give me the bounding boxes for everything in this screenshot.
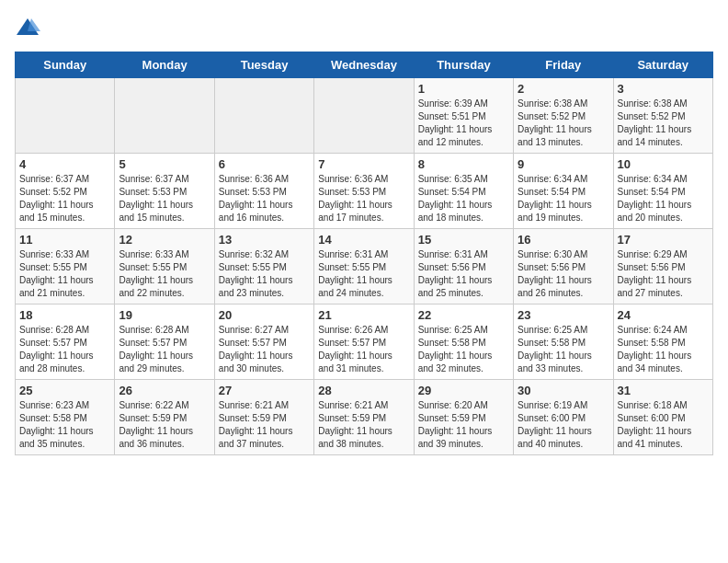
day-number-3: 3 <box>618 82 709 96</box>
day-number-31: 31 <box>618 384 709 397</box>
logo-icon <box>15 15 40 40</box>
weekday-header-saturday: Saturday <box>613 52 712 78</box>
day-cell-5: 5Sunrise: 6:37 AM Sunset: 5:53 PM Daylig… <box>115 154 214 229</box>
day-cell-11: 11Sunrise: 6:33 AM Sunset: 5:55 PM Dayli… <box>16 229 115 304</box>
day-info-19: Sunrise: 6:28 AM Sunset: 5:57 PM Dayligh… <box>119 324 210 375</box>
day-number-8: 8 <box>418 157 509 171</box>
empty-cell <box>16 78 115 154</box>
weekday-header-thursday: Thursday <box>414 52 513 78</box>
day-number-7: 7 <box>318 157 409 171</box>
day-cell-27: 27Sunrise: 6:21 AM Sunset: 5:59 PM Dayli… <box>214 380 313 455</box>
week-row-1: 1Sunrise: 6:39 AM Sunset: 5:51 PM Daylig… <box>16 78 713 154</box>
day-number-16: 16 <box>518 233 609 247</box>
day-cell-14: 14Sunrise: 6:31 AM Sunset: 5:55 PM Dayli… <box>314 229 414 304</box>
logo <box>15 15 44 40</box>
week-row-5: 25Sunrise: 6:23 AM Sunset: 5:58 PM Dayli… <box>16 380 713 455</box>
weekday-header-sunday: Sunday <box>16 52 115 78</box>
day-info-30: Sunrise: 6:19 AM Sunset: 6:00 PM Dayligh… <box>518 399 609 451</box>
day-number-22: 22 <box>418 308 509 322</box>
day-number-29: 29 <box>418 384 509 397</box>
calendar-table: SundayMondayTuesdayWednesdayThursdayFrid… <box>15 52 713 455</box>
day-cell-22: 22Sunrise: 6:25 AM Sunset: 5:58 PM Dayli… <box>414 304 513 380</box>
day-info-26: Sunrise: 6:22 AM Sunset: 5:59 PM Dayligh… <box>119 399 210 451</box>
day-info-23: Sunrise: 6:25 AM Sunset: 5:58 PM Dayligh… <box>518 324 609 375</box>
weekday-header-friday: Friday <box>514 52 613 78</box>
day-cell-29: 29Sunrise: 6:20 AM Sunset: 5:59 PM Dayli… <box>414 380 513 455</box>
day-number-13: 13 <box>219 233 310 247</box>
day-number-25: 25 <box>19 384 110 397</box>
day-info-25: Sunrise: 6:23 AM Sunset: 5:58 PM Dayligh… <box>19 399 110 451</box>
day-info-8: Sunrise: 6:35 AM Sunset: 5:54 PM Dayligh… <box>418 173 509 224</box>
day-number-28: 28 <box>318 384 409 397</box>
day-cell-13: 13Sunrise: 6:32 AM Sunset: 5:55 PM Dayli… <box>214 229 313 304</box>
day-number-30: 30 <box>518 384 609 397</box>
day-info-10: Sunrise: 6:34 AM Sunset: 5:54 PM Dayligh… <box>618 173 709 224</box>
empty-cell <box>314 78 414 154</box>
week-row-4: 18Sunrise: 6:28 AM Sunset: 5:57 PM Dayli… <box>16 304 713 380</box>
weekday-header-row: SundayMondayTuesdayWednesdayThursdayFrid… <box>16 52 713 78</box>
day-cell-1: 1Sunrise: 6:39 AM Sunset: 5:51 PM Daylig… <box>414 78 513 154</box>
weekday-header-monday: Monday <box>115 52 214 78</box>
day-number-1: 1 <box>418 82 509 96</box>
svg-marker-1 <box>28 18 40 31</box>
day-info-13: Sunrise: 6:32 AM Sunset: 5:55 PM Dayligh… <box>219 248 310 300</box>
day-cell-8: 8Sunrise: 6:35 AM Sunset: 5:54 PM Daylig… <box>414 154 513 229</box>
day-cell-25: 25Sunrise: 6:23 AM Sunset: 5:58 PM Dayli… <box>16 380 115 455</box>
day-cell-28: 28Sunrise: 6:21 AM Sunset: 5:59 PM Dayli… <box>314 380 414 455</box>
day-info-31: Sunrise: 6:18 AM Sunset: 6:00 PM Dayligh… <box>618 399 709 451</box>
day-number-17: 17 <box>618 233 709 247</box>
day-info-3: Sunrise: 6:38 AM Sunset: 5:52 PM Dayligh… <box>618 98 709 149</box>
day-number-9: 9 <box>518 157 609 171</box>
day-number-5: 5 <box>119 157 210 171</box>
day-cell-16: 16Sunrise: 6:30 AM Sunset: 5:56 PM Dayli… <box>514 229 613 304</box>
day-info-7: Sunrise: 6:36 AM Sunset: 5:53 PM Dayligh… <box>318 173 409 224</box>
day-info-5: Sunrise: 6:37 AM Sunset: 5:53 PM Dayligh… <box>119 173 210 224</box>
day-info-1: Sunrise: 6:39 AM Sunset: 5:51 PM Dayligh… <box>418 98 509 149</box>
day-cell-3: 3Sunrise: 6:38 AM Sunset: 5:52 PM Daylig… <box>613 78 712 154</box>
day-info-27: Sunrise: 6:21 AM Sunset: 5:59 PM Dayligh… <box>219 399 310 451</box>
empty-cell <box>214 78 313 154</box>
day-number-11: 11 <box>19 233 110 247</box>
day-cell-31: 31Sunrise: 6:18 AM Sunset: 6:00 PM Dayli… <box>613 380 712 455</box>
day-number-14: 14 <box>318 233 409 247</box>
day-number-18: 18 <box>19 308 110 322</box>
week-row-3: 11Sunrise: 6:33 AM Sunset: 5:55 PM Dayli… <box>16 229 713 304</box>
day-number-23: 23 <box>518 308 609 322</box>
day-number-2: 2 <box>518 82 609 96</box>
day-cell-15: 15Sunrise: 6:31 AM Sunset: 5:56 PM Dayli… <box>414 229 513 304</box>
day-cell-19: 19Sunrise: 6:28 AM Sunset: 5:57 PM Dayli… <box>115 304 214 380</box>
weekday-header-tuesday: Tuesday <box>214 52 313 78</box>
day-cell-17: 17Sunrise: 6:29 AM Sunset: 5:56 PM Dayli… <box>613 229 712 304</box>
day-info-14: Sunrise: 6:31 AM Sunset: 5:55 PM Dayligh… <box>318 248 409 300</box>
day-cell-4: 4Sunrise: 6:37 AM Sunset: 5:52 PM Daylig… <box>16 154 115 229</box>
day-number-19: 19 <box>119 308 210 322</box>
day-info-28: Sunrise: 6:21 AM Sunset: 5:59 PM Dayligh… <box>318 399 409 451</box>
day-cell-24: 24Sunrise: 6:24 AM Sunset: 5:58 PM Dayli… <box>613 304 712 380</box>
day-cell-18: 18Sunrise: 6:28 AM Sunset: 5:57 PM Dayli… <box>16 304 115 380</box>
day-number-24: 24 <box>618 308 709 322</box>
day-number-21: 21 <box>318 308 409 322</box>
week-row-2: 4Sunrise: 6:37 AM Sunset: 5:52 PM Daylig… <box>16 154 713 229</box>
day-number-6: 6 <box>219 157 310 171</box>
day-info-17: Sunrise: 6:29 AM Sunset: 5:56 PM Dayligh… <box>618 248 709 300</box>
day-info-18: Sunrise: 6:28 AM Sunset: 5:57 PM Dayligh… <box>19 324 110 375</box>
day-number-15: 15 <box>418 233 509 247</box>
day-info-11: Sunrise: 6:33 AM Sunset: 5:55 PM Dayligh… <box>19 248 110 300</box>
empty-cell <box>115 78 214 154</box>
day-info-6: Sunrise: 6:36 AM Sunset: 5:53 PM Dayligh… <box>219 173 310 224</box>
day-cell-2: 2Sunrise: 6:38 AM Sunset: 5:52 PM Daylig… <box>514 78 613 154</box>
day-info-4: Sunrise: 6:37 AM Sunset: 5:52 PM Dayligh… <box>19 173 110 224</box>
day-cell-20: 20Sunrise: 6:27 AM Sunset: 5:57 PM Dayli… <box>214 304 313 380</box>
day-cell-7: 7Sunrise: 6:36 AM Sunset: 5:53 PM Daylig… <box>314 154 414 229</box>
day-cell-12: 12Sunrise: 6:33 AM Sunset: 5:55 PM Dayli… <box>115 229 214 304</box>
day-info-12: Sunrise: 6:33 AM Sunset: 5:55 PM Dayligh… <box>119 248 210 300</box>
day-info-9: Sunrise: 6:34 AM Sunset: 5:54 PM Dayligh… <box>518 173 609 224</box>
day-info-21: Sunrise: 6:26 AM Sunset: 5:57 PM Dayligh… <box>318 324 409 375</box>
day-number-26: 26 <box>119 384 210 397</box>
day-info-20: Sunrise: 6:27 AM Sunset: 5:57 PM Dayligh… <box>219 324 310 375</box>
weekday-header-wednesday: Wednesday <box>314 52 414 78</box>
day-cell-9: 9Sunrise: 6:34 AM Sunset: 5:54 PM Daylig… <box>514 154 613 229</box>
day-number-4: 4 <box>19 157 110 171</box>
day-cell-26: 26Sunrise: 6:22 AM Sunset: 5:59 PM Dayli… <box>115 380 214 455</box>
day-cell-23: 23Sunrise: 6:25 AM Sunset: 5:58 PM Dayli… <box>514 304 613 380</box>
